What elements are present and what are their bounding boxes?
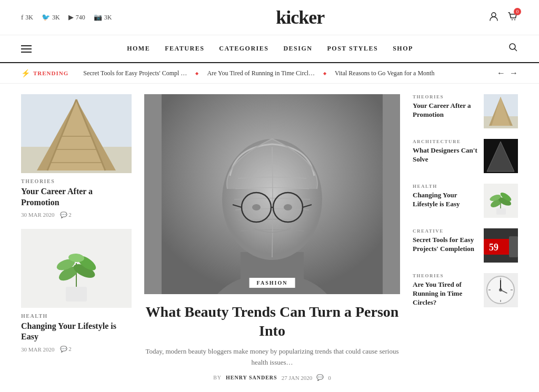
- hero-author[interactable]: HENRY SANDERS: [226, 375, 277, 380]
- hero-by-label: BY: [213, 375, 222, 380]
- left-card-1: THEORIES Your Career After a Promotion 3…: [21, 94, 132, 218]
- left-card-1-meta: 30 MAR 2020 💬 2: [21, 212, 132, 218]
- left-card-2-image[interactable]: [21, 229, 132, 308]
- svg-point-32: [252, 204, 261, 210]
- social-instagram[interactable]: 📷 3K: [94, 13, 112, 22]
- social-twitter[interactable]: 🐦 3K: [42, 13, 60, 22]
- hero-comments-count: 0: [328, 375, 331, 381]
- right-item-5-text: THEORIES Are You Tired of Running in Tim…: [413, 273, 478, 307]
- instagram-count: 3K: [104, 14, 112, 22]
- right-item-4-title[interactable]: Secret Tools for Easy Projects' Completi…: [413, 236, 478, 254]
- hamburger-menu[interactable]: [21, 45, 32, 53]
- left-card-1-comments: 💬 2: [60, 212, 72, 218]
- left-column: THEORIES Your Career After a Promotion 3…: [21, 94, 132, 381]
- left-card-2-comments: 💬 2: [60, 346, 72, 353]
- left-card-2-category: HEALTH: [21, 313, 132, 319]
- right-item-4-text: CREATIVE Secret Tools for Easy Projects'…: [413, 228, 478, 254]
- left-card-2: HEALTH Changing Your Lifestyle is Easy 3…: [21, 229, 132, 353]
- trending-item-3[interactable]: Vital Reasons to Go Vegan for a Month: [326, 69, 443, 77]
- nav-shop[interactable]: SHOP: [393, 45, 413, 53]
- right-item-5-category: THEORIES: [413, 273, 478, 278]
- top-bar: f 3K 🐦 3K ▶ 740 📷 3K kicker: [0, 0, 539, 35]
- twitter-icon: 🐦: [42, 13, 50, 22]
- nav-post-styles[interactable]: POST STYLES: [327, 45, 378, 53]
- right-column: THEORIES Your Career After a Promotion A…: [413, 94, 518, 381]
- hero-comments-icon: 💬: [316, 374, 324, 381]
- social-youtube[interactable]: ▶ 740: [68, 13, 85, 22]
- nav-bar: HOME FEATURES CATEGORIES DESIGN POST STY…: [0, 35, 539, 63]
- svg-rect-15: [66, 287, 87, 301]
- left-card-1-title[interactable]: Your Career After a Promotion: [21, 186, 132, 208]
- top-actions: 0: [488, 11, 518, 24]
- search-icon[interactable]: [508, 43, 518, 55]
- right-item-3-title[interactable]: Changing Your Lifestyle is Easy: [413, 191, 478, 209]
- right-item-1-title[interactable]: Your Career After a Promotion: [413, 102, 478, 119]
- nav-links: HOME FEATURES CATEGORIES DESIGN POST STY…: [127, 45, 413, 53]
- trending-label: ⚡ TRENDING: [21, 69, 68, 78]
- nav-features[interactable]: FEATURES: [165, 45, 204, 53]
- instagram-icon: 📷: [94, 13, 102, 22]
- site-logo[interactable]: kicker: [276, 6, 324, 28]
- hero-title[interactable]: What Beauty Trends Can Turn a Person Int…: [144, 303, 400, 341]
- youtube-icon: ▶: [68, 13, 74, 22]
- hero-date: 27 JAN 2020: [282, 375, 313, 381]
- right-item-5-image[interactable]: [484, 273, 518, 307]
- youtube-count: 740: [76, 14, 85, 22]
- cart-icon-wrap[interactable]: 0: [507, 11, 518, 24]
- left-card-2-date: 30 MAR 2020: [21, 346, 55, 353]
- trending-item-1[interactable]: Secret Tools for Easy Projects' Compl …: [75, 69, 195, 77]
- hero-category-badge: FASHION: [249, 278, 295, 288]
- svg-point-1: [512, 19, 513, 20]
- right-item-1-category: THEORIES: [413, 94, 478, 99]
- trending-next-button[interactable]: →: [510, 68, 518, 78]
- nav-categories[interactable]: CATEGORIES: [219, 45, 268, 53]
- center-column: FASHION What Beauty Trends Can Turn a Pe…: [144, 94, 400, 381]
- twitter-count: 3K: [52, 14, 60, 22]
- svg-point-33: [284, 204, 292, 210]
- right-item-3-text: HEALTH Changing Your Lifestyle is Easy: [413, 184, 478, 209]
- left-card-1-category: THEORIES: [21, 178, 132, 184]
- right-item-2-title[interactable]: What Designers Can't Solve: [413, 146, 478, 164]
- right-item-3: HEALTH Changing Your Lifestyle is Easy: [413, 184, 518, 218]
- hero-byline: BY HENRY SANDERS 27 JAN 2020 💬 0: [144, 374, 400, 381]
- hero-excerpt: Today, modern beauty bloggers make money…: [144, 346, 400, 368]
- right-item-4: CREATIVE Secret Tools for Easy Projects'…: [413, 228, 518, 263]
- trending-item-2[interactable]: Are You Tired of Running in Time Circl…: [198, 69, 323, 77]
- right-item-4-category: CREATIVE: [413, 228, 478, 234]
- right-item-3-image[interactable]: [484, 184, 518, 218]
- right-item-1-image[interactable]: [484, 94, 518, 128]
- facebook-count: 3K: [25, 14, 33, 22]
- svg-rect-51: [509, 236, 518, 257]
- right-item-2: ARCHITECTURE What Designers Can't Solve: [413, 139, 518, 173]
- left-card-2-meta: 30 MAR 2020 💬 2: [21, 346, 132, 353]
- trending-bar: ⚡ TRENDING Secret Tools for Easy Project…: [0, 63, 539, 84]
- trending-nav: ← →: [497, 68, 518, 78]
- right-item-3-category: HEALTH: [413, 184, 478, 189]
- svg-point-0: [492, 13, 496, 17]
- main-content: THEORIES Your Career After a Promotion 3…: [0, 84, 539, 391]
- left-card-1-image[interactable]: [21, 94, 132, 173]
- left-card-2-title[interactable]: Changing Your Lifestyle is Easy: [21, 321, 132, 343]
- left-card-1-date: 30 MAR 2020: [21, 212, 55, 218]
- trending-items: Secret Tools for Easy Projects' Compl … …: [75, 69, 491, 77]
- svg-text:59: 59: [489, 242, 498, 253]
- user-icon[interactable]: [488, 11, 499, 24]
- right-item-2-category: ARCHITECTURE: [413, 139, 478, 144]
- right-item-1-text: THEORIES Your Career After a Promotion: [413, 94, 478, 119]
- cart-badge: 0: [514, 8, 521, 15]
- social-facebook[interactable]: f 3K: [21, 13, 33, 22]
- right-item-4-image[interactable]: 59: [484, 228, 518, 263]
- right-item-2-text: ARCHITECTURE What Designers Can't Solve: [413, 139, 478, 164]
- nav-home[interactable]: HOME: [127, 45, 150, 53]
- svg-rect-46: [496, 208, 506, 215]
- right-item-5: THEORIES Are You Tired of Running in Tim…: [413, 273, 518, 307]
- hero-image[interactable]: FASHION: [144, 94, 400, 294]
- nav-design[interactable]: DESIGN: [283, 45, 312, 53]
- trending-prev-button[interactable]: ←: [497, 68, 505, 78]
- facebook-icon: f: [21, 13, 23, 22]
- social-links: f 3K 🐦 3K ▶ 740 📷 3K: [21, 13, 112, 22]
- svg-point-2: [514, 19, 515, 20]
- right-item-1: THEORIES Your Career After a Promotion: [413, 94, 518, 128]
- right-item-5-title[interactable]: Are You Tired of Running in Time Circles…: [413, 280, 478, 307]
- right-item-2-image[interactable]: [484, 139, 518, 173]
